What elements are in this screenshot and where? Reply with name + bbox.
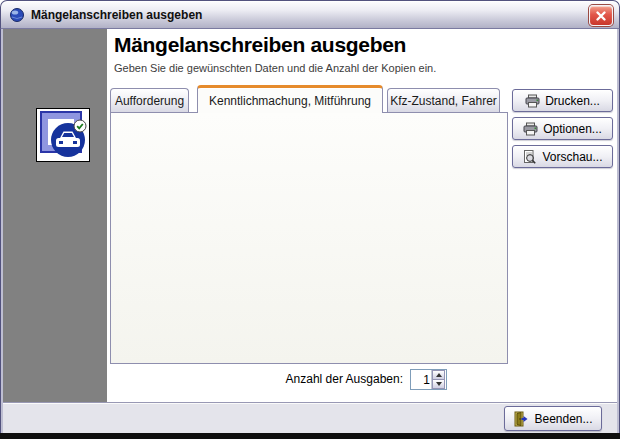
copies-input[interactable] bbox=[411, 370, 431, 389]
options-button[interactable]: Optionen... bbox=[512, 117, 613, 140]
page-subtitle: Geben Sie die gewünschten Daten und die … bbox=[114, 62, 436, 74]
print-button[interactable]: Drucken... bbox=[512, 89, 613, 112]
close-icon bbox=[594, 9, 608, 23]
taxi-car-check-icon bbox=[36, 108, 90, 162]
spin-down-icon bbox=[436, 382, 442, 386]
page-title: Mängelanschreiben ausgeben bbox=[114, 33, 406, 57]
tab-kfz-zustand-fahrer[interactable]: Kfz-Zustand, Fahrer bbox=[387, 88, 500, 112]
dialog-window: Mängelanschreiben ausgeben bbox=[0, 0, 620, 439]
spin-up-button[interactable] bbox=[432, 370, 445, 380]
title-bar[interactable]: Mängelanschreiben ausgeben bbox=[0, 0, 620, 29]
spinner-arrows bbox=[431, 370, 445, 389]
spin-up-icon bbox=[436, 373, 442, 377]
sidebar bbox=[3, 29, 107, 402]
window-border-bottom bbox=[0, 433, 620, 439]
window-title: Mängelanschreiben ausgeben bbox=[31, 8, 202, 22]
copies-spinner bbox=[410, 369, 447, 390]
printer-icon bbox=[525, 94, 540, 108]
tab-panel bbox=[110, 112, 508, 364]
tab-kenntlichmachung-mitfuehrung[interactable]: Kenntlichmachung, Mitführung bbox=[197, 85, 383, 113]
preview-button[interactable]: Vorschau... bbox=[512, 145, 613, 168]
copies-label: Anzahl der Ausgaben: bbox=[240, 372, 403, 386]
quit-button[interactable]: Beenden... bbox=[504, 406, 602, 431]
printer-icon bbox=[523, 122, 538, 136]
preview-icon bbox=[522, 150, 537, 164]
app-icon bbox=[9, 7, 25, 23]
close-button[interactable] bbox=[589, 5, 613, 26]
tab-aufforderung[interactable]: Aufforderung bbox=[110, 88, 189, 112]
spin-down-button[interactable] bbox=[432, 380, 445, 389]
exit-door-icon bbox=[513, 411, 529, 427]
